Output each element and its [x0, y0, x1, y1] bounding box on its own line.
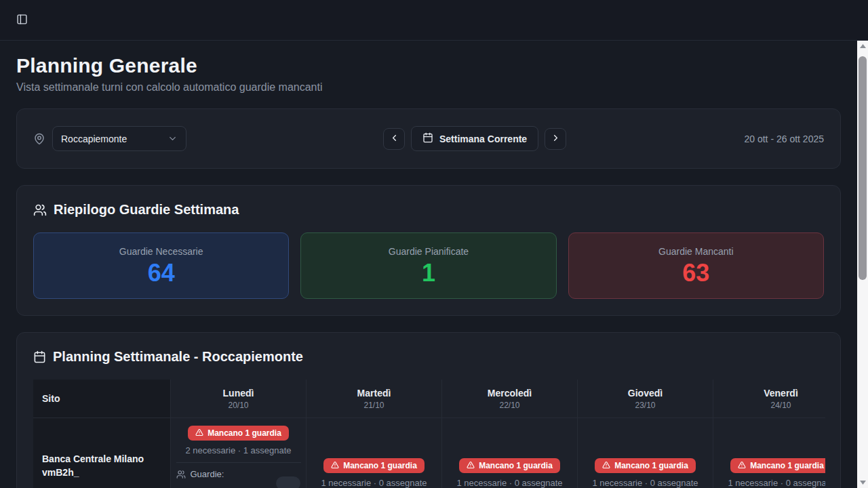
scrollbar-down-arrow[interactable]: [857, 477, 868, 488]
triangle-alert-icon: [467, 461, 475, 471]
scrollbar-thumb[interactable]: [859, 56, 867, 280]
stat-guardie-pianificate: Guardie Pianificate 1: [300, 232, 556, 299]
shift-cell-thursday[interactable]: Mancano 1 guardia 1 necessarie · 0 asseg…: [578, 418, 713, 488]
missing-guards-badge: Mancano 1 guardia: [188, 426, 289, 441]
column-header-sito: Sito: [33, 380, 170, 418]
chevron-right-icon: [551, 133, 561, 145]
triangle-alert-icon: [602, 461, 610, 471]
column-header-day: Lunedì 20/10: [171, 380, 306, 418]
summary-title: Riepilogo Guardie Settimana: [54, 202, 239, 218]
guard-chip[interactable]: [276, 476, 300, 488]
vertical-scrollbar[interactable]: [857, 41, 868, 488]
stat-label: Guardie Pianificate: [389, 246, 469, 257]
stat-guardie-mancanti: Guardie Mancanti 63: [568, 232, 824, 299]
guards-count-info: 1 necessarie · 0 assegnate: [456, 478, 562, 488]
shift-cell-tuesday[interactable]: Mancano 1 guardia 1 necessarie · 0 asseg…: [307, 418, 441, 488]
guards-count-info: 1 necessarie · 0 assegnate: [592, 478, 698, 488]
filter-bar: Roccapiemonte Settimana Corrente: [16, 108, 841, 169]
week-date-range: 20 ott - 26 ott 2025: [744, 134, 824, 144]
location-select-value: Roccapiemonte: [61, 134, 127, 144]
shift-cell-friday[interactable]: Mancano 1 guardia 1 necessarie · 0 asseg…: [713, 418, 825, 488]
shift-cell-monday[interactable]: Mancano 1 guardia 2 necessarie · 1 asseg…: [171, 418, 306, 488]
chevron-down-icon: [167, 134, 178, 144]
column-header-day: Giovedì 23/10: [578, 380, 713, 418]
triangle-alert-icon: [331, 461, 339, 471]
previous-week-button[interactable]: [383, 128, 405, 150]
guards-count-info: 1 necessarie · 0 assegnate: [321, 478, 427, 488]
users-icon: [33, 203, 47, 217]
map-pin-icon: [33, 133, 45, 145]
guards-count-info: 2 necessarie · 1 assegnate: [185, 445, 291, 455]
table-row: Banca Centrale Milano vmB2h_ Mancano 1 g…: [33, 418, 825, 488]
guards-count-info: 1 necessarie · 0 assegnate: [728, 478, 825, 488]
chevron-left-icon: [389, 133, 399, 145]
main-content: Planning Generale Vista settimanale turn…: [0, 41, 857, 488]
stat-value: 63: [682, 261, 709, 285]
triangle-alert-icon: [195, 428, 203, 439]
current-week-button[interactable]: Settimana Corrente: [411, 126, 538, 151]
location-select[interactable]: Roccapiemonte: [52, 126, 186, 151]
guards-label: Guardie:: [191, 469, 224, 479]
current-week-button-label: Settimana Corrente: [439, 134, 527, 144]
planning-table: Sito Lunedì 20/10 Martedì 21/10 Merco: [33, 380, 825, 488]
missing-guards-badge: Mancano 1 guardia: [595, 458, 696, 473]
stat-label: Guardie Mancanti: [658, 246, 734, 257]
page-subtitle: Vista settimanale turni con calcolo auto…: [16, 81, 841, 94]
missing-guards-badge: Mancano 1 guardia: [730, 458, 825, 473]
triangle-alert-icon: [738, 461, 746, 471]
top-bar: [0, 0, 868, 41]
column-header-day: Venerdì 24/10: [713, 380, 825, 418]
planning-card: Planning Settimanale - Roccapiemonte Sit…: [16, 332, 841, 488]
shift-cell-wednesday[interactable]: Mancano 1 guardia 1 necessarie · 0 asseg…: [442, 418, 577, 488]
stat-guardie-necessarie: Guardie Necessarie 64: [33, 232, 289, 299]
panel-left-icon: [16, 14, 28, 27]
column-header-day: Martedì 21/10: [307, 380, 441, 418]
sidebar-toggle-button[interactable]: [11, 9, 33, 31]
next-week-button[interactable]: [545, 128, 566, 150]
users-icon: [176, 470, 186, 479]
calendar-icon: [422, 132, 433, 145]
column-header-day: Mercoledì 22/10: [442, 380, 577, 418]
stat-value: 64: [148, 261, 175, 285]
stat-label: Guardie Necessarie: [119, 246, 203, 257]
planning-title: Planning Settimanale - Roccapiemonte: [53, 349, 303, 365]
scrollbar-up-arrow[interactable]: [857, 41, 868, 52]
stat-value: 1: [422, 261, 435, 285]
missing-guards-badge: Mancano 1 guardia: [459, 458, 560, 473]
summary-card: Riepilogo Guardie Settimana Guardie Nece…: [16, 185, 841, 316]
site-name: Banca Centrale Milano vmB2h_: [33, 418, 170, 488]
calendar-icon: [33, 350, 46, 363]
missing-guards-badge: Mancano 1 guardia: [323, 458, 425, 473]
cell-divider: [176, 462, 301, 463]
page-title: Planning Generale: [16, 54, 841, 77]
